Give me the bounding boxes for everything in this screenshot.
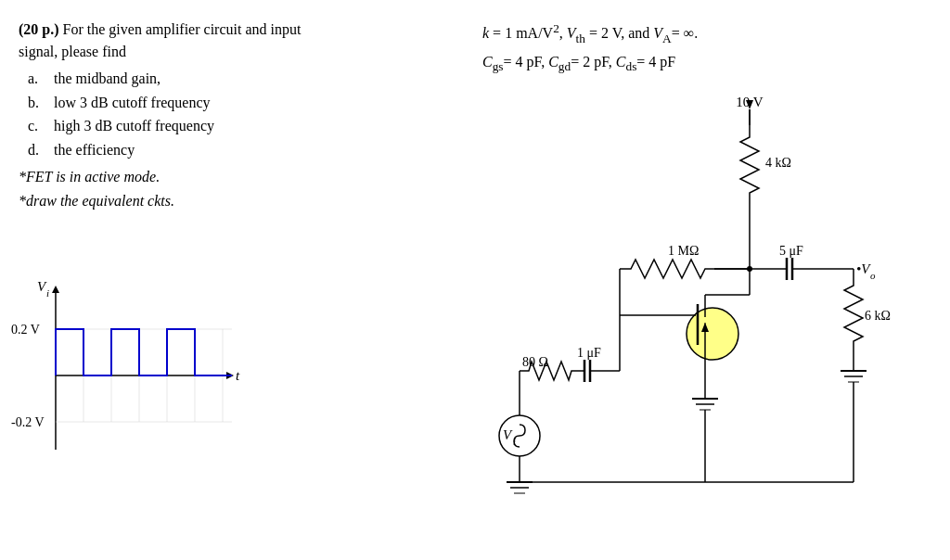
- circuit-diagram: 10 V 4 kΩ 1 MΩ: [399, 83, 937, 538]
- list-item-d: d. the efficiency: [28, 138, 315, 162]
- svg-text:5 μF: 5 μF: [779, 244, 803, 258]
- svg-marker-2: [52, 286, 59, 293]
- svg-text:0.2 V: 0.2 V: [11, 323, 40, 337]
- svg-text:o: o: [870, 270, 876, 281]
- label-d: d.: [28, 138, 46, 162]
- list-item-c: c. high 3 dB cutoff frequency: [28, 114, 315, 138]
- label-b: b.: [28, 91, 46, 115]
- item-c-text: high 3 dB cutoff frequency: [54, 114, 214, 138]
- label-a: a.: [28, 67, 46, 91]
- svg-text:i: i: [46, 287, 49, 299]
- svg-text:-0.2 V: -0.2 V: [11, 415, 45, 429]
- svg-text:6 kΩ: 6 kΩ: [865, 309, 891, 323]
- svg-point-75: [747, 266, 752, 272]
- parameters: k = 1 mA/V2, Vth = 2 V, and VA= ∞. Cgs= …: [482, 19, 928, 78]
- note-1: *FET is in active mode.: [19, 165, 315, 189]
- item-a-text: the midband gain,: [54, 67, 160, 91]
- svg-text:t: t: [236, 368, 240, 383]
- item-b-text: low 3 dB cutoff frequency: [54, 91, 211, 115]
- svg-text:1 MΩ: 1 MΩ: [668, 244, 699, 258]
- svg-text:V: V: [503, 427, 513, 442]
- list-item-a: a. the midband gain,: [28, 67, 315, 91]
- svg-text:1 μF: 1 μF: [577, 346, 601, 360]
- label-c: c.: [28, 114, 46, 138]
- problem-header: (20 p.) For the given amplifier circuit …: [19, 21, 301, 59]
- note-2: *draw the equivalent ckts.: [19, 189, 315, 213]
- list-item-b: b. low 3 dB cutoff frequency: [28, 91, 315, 115]
- problem-text: (20 p.) For the given amplifier circuit …: [19, 19, 315, 213]
- item-d-text: the efficiency: [54, 138, 135, 162]
- svg-text:•V: •V: [856, 261, 871, 276]
- param-line-2: Cgs= 4 pF, Cgd= 2 pF, Cds= 4 pF: [482, 49, 928, 78]
- signal-graph: V i 0.2 V -0.2 V t: [9, 278, 250, 473]
- svg-text:4 kΩ: 4 kΩ: [765, 156, 791, 170]
- param-line-1: k = 1 mA/V2, Vth = 2 V, and VA= ∞.: [482, 19, 928, 49]
